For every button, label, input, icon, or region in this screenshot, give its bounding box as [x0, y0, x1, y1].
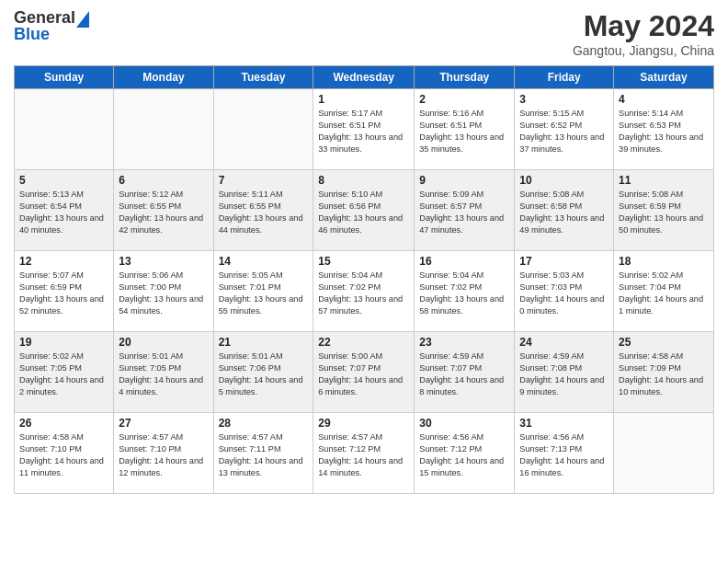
day-cell: 22Sunrise: 5:00 AMSunset: 7:07 PMDayligh…: [313, 332, 415, 413]
day-cell: 11Sunrise: 5:08 AMSunset: 6:59 PMDayligh…: [614, 170, 714, 251]
header: General Blue May 2024 Gangtou, Jiangsu, …: [14, 9, 714, 58]
weekday-header-row: Sunday Monday Tuesday Wednesday Thursday…: [15, 66, 714, 89]
day-info: Sunrise: 4:58 AMSunset: 7:10 PMDaylight:…: [19, 431, 108, 479]
day-info: Sunrise: 5:15 AMSunset: 6:52 PMDaylight:…: [519, 108, 609, 155]
day-info: Sunrise: 4:56 AMSunset: 7:12 PMDaylight:…: [419, 431, 509, 479]
day-info: Sunrise: 4:56 AMSunset: 7:13 PMDaylight:…: [519, 431, 609, 479]
title-section: May 2024 Gangtou, Jiangsu, China: [573, 9, 714, 58]
week-row-3: 19Sunrise: 5:02 AMSunset: 7:05 PMDayligh…: [15, 332, 714, 413]
day-cell: 18Sunrise: 5:02 AMSunset: 7:04 PMDayligh…: [614, 251, 714, 332]
day-cell: 20Sunrise: 5:01 AMSunset: 7:05 PMDayligh…: [114, 332, 213, 413]
day-info: Sunrise: 5:08 AMSunset: 6:59 PMDaylight:…: [619, 189, 709, 236]
day-info: Sunrise: 5:07 AMSunset: 6:59 PMDaylight:…: [19, 270, 108, 317]
day-cell: 16Sunrise: 5:04 AMSunset: 7:02 PMDayligh…: [415, 251, 515, 332]
day-cell: 4Sunrise: 5:14 AMSunset: 6:53 PMDaylight…: [614, 89, 714, 170]
day-number: 1: [318, 93, 409, 106]
week-row-2: 12Sunrise: 5:07 AMSunset: 6:59 PMDayligh…: [15, 251, 714, 332]
day-cell: [213, 89, 313, 170]
day-cell: 13Sunrise: 5:06 AMSunset: 7:00 PMDayligh…: [114, 251, 213, 332]
day-info: Sunrise: 4:57 AMSunset: 7:12 PMDaylight:…: [318, 431, 409, 479]
day-info: Sunrise: 5:10 AMSunset: 6:56 PMDaylight:…: [318, 189, 409, 236]
day-number: 2: [419, 93, 509, 106]
day-info: Sunrise: 5:02 AMSunset: 7:05 PMDaylight:…: [19, 350, 108, 398]
day-cell: 1Sunrise: 5:17 AMSunset: 6:51 PMDaylight…: [313, 89, 415, 170]
day-cell: 15Sunrise: 5:04 AMSunset: 7:02 PMDayligh…: [313, 251, 415, 332]
logo-blue: Blue: [14, 26, 50, 44]
day-info: Sunrise: 4:57 AMSunset: 7:11 PMDaylight:…: [219, 431, 309, 479]
day-number: 24: [519, 336, 609, 349]
logo-arrow-icon: [76, 11, 89, 28]
day-number: 26: [19, 417, 108, 430]
day-number: 22: [318, 336, 409, 349]
day-info: Sunrise: 5:00 AMSunset: 7:07 PMDaylight:…: [318, 350, 409, 398]
day-cell: 6Sunrise: 5:12 AMSunset: 6:55 PMDaylight…: [114, 170, 213, 251]
day-number: 15: [318, 255, 409, 268]
day-info: Sunrise: 5:02 AMSunset: 7:04 PMDaylight:…: [619, 270, 709, 317]
day-cell: [15, 89, 114, 170]
day-number: 19: [19, 336, 108, 349]
day-info: Sunrise: 5:08 AMSunset: 6:58 PMDaylight:…: [519, 189, 609, 236]
main-title: May 2024: [573, 9, 714, 43]
header-thursday: Thursday: [415, 66, 515, 89]
calendar: Sunday Monday Tuesday Wednesday Thursday…: [14, 65, 714, 494]
day-number: 5: [19, 174, 108, 187]
day-info: Sunrise: 5:01 AMSunset: 7:06 PMDaylight:…: [219, 350, 309, 398]
page: General Blue May 2024 Gangtou, Jiangsu, …: [0, 0, 728, 503]
day-cell: 17Sunrise: 5:03 AMSunset: 7:03 PMDayligh…: [515, 251, 614, 332]
day-number: 3: [519, 93, 609, 106]
day-cell: 9Sunrise: 5:09 AMSunset: 6:57 PMDaylight…: [415, 170, 515, 251]
day-number: 30: [419, 417, 509, 430]
day-info: Sunrise: 4:59 AMSunset: 7:08 PMDaylight:…: [519, 350, 609, 398]
day-cell: 12Sunrise: 5:07 AMSunset: 6:59 PMDayligh…: [15, 251, 114, 332]
day-info: Sunrise: 5:14 AMSunset: 6:53 PMDaylight:…: [619, 108, 709, 155]
day-number: 27: [119, 417, 208, 430]
day-cell: 31Sunrise: 4:56 AMSunset: 7:13 PMDayligh…: [515, 413, 614, 494]
day-info: Sunrise: 5:16 AMSunset: 6:51 PMDaylight:…: [419, 108, 509, 155]
header-wednesday: Wednesday: [313, 66, 415, 89]
day-info: Sunrise: 5:03 AMSunset: 7:03 PMDaylight:…: [519, 270, 609, 317]
day-info: Sunrise: 4:58 AMSunset: 7:09 PMDaylight:…: [619, 350, 709, 398]
day-number: 21: [219, 336, 309, 349]
day-cell: 24Sunrise: 4:59 AMSunset: 7:08 PMDayligh…: [515, 332, 614, 413]
day-cell: 30Sunrise: 4:56 AMSunset: 7:12 PMDayligh…: [415, 413, 515, 494]
day-cell: 7Sunrise: 5:11 AMSunset: 6:55 PMDaylight…: [213, 170, 313, 251]
day-number: 25: [619, 336, 709, 349]
day-info: Sunrise: 5:09 AMSunset: 6:57 PMDaylight:…: [419, 189, 509, 236]
day-cell: 8Sunrise: 5:10 AMSunset: 6:56 PMDaylight…: [313, 170, 415, 251]
day-cell: 3Sunrise: 5:15 AMSunset: 6:52 PMDaylight…: [515, 89, 614, 170]
svg-marker-0: [76, 11, 89, 28]
day-cell: 14Sunrise: 5:05 AMSunset: 7:01 PMDayligh…: [213, 251, 313, 332]
day-info: Sunrise: 5:04 AMSunset: 7:02 PMDaylight:…: [318, 270, 409, 317]
day-cell: 10Sunrise: 5:08 AMSunset: 6:58 PMDayligh…: [515, 170, 614, 251]
day-number: 17: [519, 255, 609, 268]
day-number: 31: [519, 417, 609, 430]
day-cell: 25Sunrise: 4:58 AMSunset: 7:09 PMDayligh…: [614, 332, 714, 413]
day-cell: 2Sunrise: 5:16 AMSunset: 6:51 PMDaylight…: [415, 89, 515, 170]
logo: General Blue: [14, 9, 89, 44]
week-row-0: 1Sunrise: 5:17 AMSunset: 6:51 PMDaylight…: [15, 89, 714, 170]
day-info: Sunrise: 5:13 AMSunset: 6:54 PMDaylight:…: [19, 189, 108, 236]
day-number: 14: [219, 255, 309, 268]
day-cell: 26Sunrise: 4:58 AMSunset: 7:10 PMDayligh…: [15, 413, 114, 494]
day-number: 8: [318, 174, 409, 187]
day-number: 16: [419, 255, 509, 268]
day-number: 11: [619, 174, 709, 187]
day-info: Sunrise: 5:06 AMSunset: 7:00 PMDaylight:…: [119, 270, 208, 317]
week-row-1: 5Sunrise: 5:13 AMSunset: 6:54 PMDaylight…: [15, 170, 714, 251]
day-number: 29: [318, 417, 409, 430]
header-friday: Friday: [515, 66, 614, 89]
day-info: Sunrise: 5:17 AMSunset: 6:51 PMDaylight:…: [318, 108, 409, 155]
day-cell: [614, 413, 714, 494]
day-cell: 19Sunrise: 5:02 AMSunset: 7:05 PMDayligh…: [15, 332, 114, 413]
day-info: Sunrise: 5:05 AMSunset: 7:01 PMDaylight:…: [219, 270, 309, 317]
day-info: Sunrise: 5:01 AMSunset: 7:05 PMDaylight:…: [119, 350, 208, 398]
day-number: 7: [219, 174, 309, 187]
day-cell: [114, 89, 213, 170]
day-number: 20: [119, 336, 208, 349]
day-number: 28: [219, 417, 309, 430]
day-info: Sunrise: 5:04 AMSunset: 7:02 PMDaylight:…: [419, 270, 509, 317]
day-cell: 21Sunrise: 5:01 AMSunset: 7:06 PMDayligh…: [213, 332, 313, 413]
header-saturday: Saturday: [614, 66, 714, 89]
day-cell: 23Sunrise: 4:59 AMSunset: 7:07 PMDayligh…: [415, 332, 515, 413]
day-number: 13: [119, 255, 208, 268]
